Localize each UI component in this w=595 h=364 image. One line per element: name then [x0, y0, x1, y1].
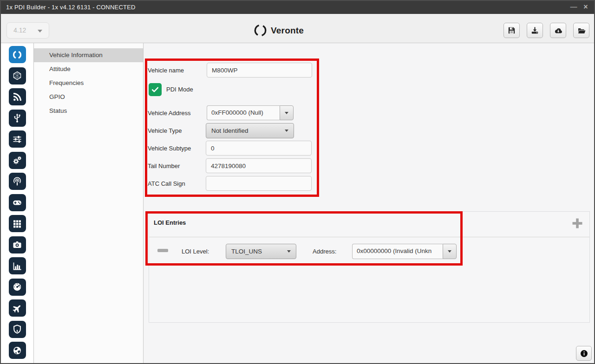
close-button[interactable]: × [580, 1, 591, 14]
sidebar-item-gauge[interactable] [9, 279, 26, 296]
veronte-logo-icon [254, 24, 267, 37]
section-menu: Vehicle Information Attitude Frequencies… [34, 43, 144, 364]
vehicle-subtype-input[interactable] [206, 141, 312, 156]
vehicle-subtype-label: Vehicle Subtype [148, 145, 191, 152]
sidebar-item-veronte[interactable] [9, 46, 26, 63]
menu-item-status[interactable]: Status [34, 104, 143, 118]
sidebar-item-gears[interactable] [9, 152, 26, 169]
gears-icon [12, 155, 23, 166]
sidebar-item-camera[interactable] [9, 236, 26, 254]
chevron-down-icon [285, 112, 288, 114]
sidebar-item-beacon[interactable] [9, 173, 26, 190]
minimize-button[interactable]: — [568, 1, 579, 14]
atc-call-sign-input[interactable] [206, 176, 312, 191]
info-icon [580, 349, 588, 358]
download-button[interactable] [527, 23, 543, 38]
save-button[interactable] [503, 23, 520, 38]
sidebar-item-platform[interactable] [9, 67, 26, 84]
shield-icon [12, 324, 23, 335]
sliders-icon [12, 134, 23, 145]
telemetry-icon [12, 91, 23, 103]
atc-call-sign-label: ATC Call Sign [148, 180, 185, 187]
loi-level-value: TLOI_UNS [231, 248, 287, 255]
airplane-icon [12, 303, 23, 314]
menu-item-gpio[interactable]: GPIO [34, 90, 143, 104]
gauge-icon [12, 281, 23, 292]
cloud-download-icon [554, 26, 563, 35]
divider [149, 237, 589, 237]
menu-item-vehicle-information[interactable]: Vehicle Information [34, 48, 143, 62]
vehicle-address-dropdown-button[interactable] [280, 105, 294, 120]
loi-address-dropdown-button[interactable] [443, 244, 457, 259]
tail-number-input[interactable] [206, 158, 312, 173]
sidebar-item-shield[interactable] [9, 321, 26, 338]
vehicle-type-value: Not Identified [211, 127, 285, 134]
loi-address-combobox[interactable]: 0x00000000 (Invalid (Unkn [352, 244, 457, 259]
chart-icon [12, 260, 23, 272]
sidebar-item-chart[interactable] [9, 257, 26, 274]
sidebar-item-matrix[interactable] [9, 215, 26, 232]
camera-icon [12, 239, 23, 250]
pdi-mode-checkbox[interactable] [149, 83, 162, 96]
beacon-icon [12, 176, 23, 187]
gamepad-icon [12, 197, 23, 208]
version-value: 4.12 [13, 26, 26, 34]
open-folder-icon [577, 26, 586, 35]
menu-item-attitude[interactable]: Attitude [34, 62, 143, 76]
sidebar-item-airplane[interactable] [9, 299, 26, 317]
vehicle-address-value: 0xFF000000 (Null) [207, 105, 280, 120]
version-selector[interactable]: 4.12 [7, 22, 49, 39]
globe-icon [12, 345, 23, 356]
chevron-down-icon [285, 130, 288, 132]
brand: Veronte [254, 24, 304, 37]
vehicle-address-label: Vehicle Address [148, 110, 191, 117]
loi-address-value: 0x00000000 (Invalid (Unkn [352, 244, 443, 259]
veronte-icon [12, 49, 23, 60]
loi-address-label: Address: [313, 248, 336, 255]
icon-sidebar [1, 43, 34, 364]
matrix-icon [12, 218, 23, 229]
sidebar-item-telemetry[interactable] [9, 88, 26, 105]
cloud-download-button[interactable] [550, 23, 566, 38]
chevron-down-icon [287, 250, 291, 253]
sidebar-item-sliders[interactable] [9, 130, 26, 148]
vehicle-name-input[interactable] [207, 63, 312, 78]
sidebar-item-usb[interactable] [9, 110, 26, 127]
remove-loi-entry-button[interactable] [157, 249, 168, 252]
info-button[interactable] [576, 346, 592, 361]
header: 4.12 Veronte [1, 14, 594, 43]
tail-number-label: Tail Number [148, 162, 180, 169]
sidebar-item-stick[interactable] [9, 194, 26, 211]
vehicle-type-label: Vehicle Type [148, 127, 182, 134]
download-icon [530, 26, 539, 35]
title-bar: 1x PDI Builder - 1x v4.12 6131 - CONNECT… [1, 1, 594, 14]
pdi-mode-label: PDI Mode [166, 86, 193, 93]
plus-icon [571, 217, 583, 229]
chevron-down-icon [448, 250, 451, 253]
loi-level-select[interactable]: TLOI_UNS [226, 244, 296, 259]
menu-item-frequencies[interactable]: Frequencies [34, 76, 143, 90]
window-title: 1x PDI Builder - 1x v4.12 6131 - CONNECT… [6, 4, 136, 11]
brand-name: Veronte [271, 26, 304, 36]
loi-level-label: LOI Level: [182, 248, 209, 255]
sidebar-item-globe[interactable] [9, 342, 26, 359]
loi-entries-title: LOI Entries [154, 219, 186, 226]
vehicle-type-select[interactable]: Not Identified [206, 123, 294, 138]
save-icon [507, 26, 516, 35]
open-file-button[interactable] [573, 23, 589, 38]
toolbar [503, 23, 589, 38]
frame-hexagon-icon [12, 70, 23, 81]
chevron-down-icon [38, 30, 42, 32]
checkmark-icon [151, 85, 159, 94]
usb-icon [12, 112, 23, 124]
vehicle-address-combobox[interactable]: 0xFF000000 (Null) [207, 105, 294, 120]
app-window: 1x PDI Builder - 1x v4.12 6131 - CONNECT… [0, 0, 595, 364]
vehicle-name-label: Vehicle name [148, 67, 184, 74]
add-loi-entry-button[interactable] [571, 217, 583, 229]
loi-entries-section: LOI Entries LOI Level: TLOI_UNS Address:… [149, 211, 590, 323]
